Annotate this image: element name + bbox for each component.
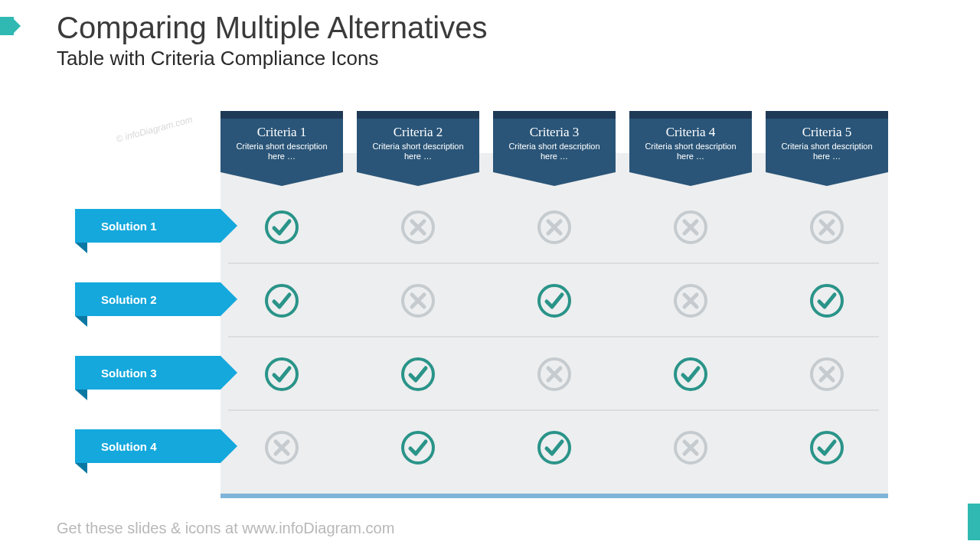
criteria-desc: Criteria short description here … (364, 142, 472, 161)
cross-circle-icon (263, 429, 300, 466)
check-circle-icon (536, 282, 573, 319)
svg-point-9 (812, 285, 842, 316)
svg-point-7 (539, 285, 570, 316)
criteria-desc: Criteria short description here … (773, 142, 880, 161)
svg-point-5 (266, 285, 297, 316)
svg-point-0 (266, 212, 297, 243)
svg-point-16 (403, 432, 433, 463)
compliance-cell (493, 282, 616, 319)
compliance-cell (493, 429, 616, 466)
criteria-header: Criteria 5Criteria short description her… (766, 111, 888, 177)
cross-circle-icon (672, 282, 709, 319)
cross-circle-icon (808, 209, 845, 246)
solution-label: Solution 1 (75, 209, 220, 243)
compliance-cell (220, 209, 343, 246)
solution-label-wrap: Solution 1 (75, 209, 220, 243)
check-circle-icon (263, 356, 300, 393)
compliance-cell (629, 356, 752, 393)
compliance-cell (220, 282, 343, 319)
compliance-cell (357, 209, 479, 246)
compliance-cell (220, 429, 343, 466)
check-circle-icon (400, 356, 436, 393)
criteria-title: Criteria 2 (364, 125, 472, 140)
cross-circle-icon (808, 356, 845, 393)
criteria-title: Criteria 1 (228, 125, 335, 140)
table-row: Solution 1 (106, 191, 894, 264)
check-circle-icon (263, 282, 300, 319)
footer-text: Get these slides & icons at www.infoDiag… (57, 520, 394, 537)
compliance-cell (493, 209, 616, 246)
left-edge-marker (0, 17, 14, 35)
right-edge-marker (968, 504, 980, 540)
criteria-header: Criteria 2Criteria short description her… (357, 111, 479, 177)
solution-label: Solution 3 (75, 356, 220, 390)
row-cells (220, 411, 888, 484)
compliance-cell (766, 356, 888, 393)
check-circle-icon (536, 429, 573, 466)
page-title: Comparing Multiple Alternatives (57, 11, 487, 45)
compliance-cell (629, 429, 752, 466)
solution-label-wrap: Solution 4 (75, 429, 220, 463)
page-subtitle: Table with Criteria Compliance Icons (57, 47, 487, 70)
row-cells (220, 191, 888, 264)
compliance-cell (220, 356, 343, 393)
criteria-header: Criteria 4Criteria short description her… (629, 111, 752, 177)
svg-point-10 (266, 359, 297, 390)
criteria-header: Criteria 3Criteria short description her… (493, 111, 616, 177)
svg-point-17 (539, 432, 570, 463)
criteria-header: Criteria 1Criteria short description her… (220, 111, 343, 177)
compliance-cell (357, 282, 479, 319)
compliance-cell (629, 282, 752, 319)
title-block: Comparing Multiple Alternatives Table wi… (57, 11, 487, 70)
row-cells (220, 337, 888, 411)
cross-circle-icon (672, 429, 709, 466)
compliance-cell (357, 356, 479, 393)
svg-point-13 (675, 359, 706, 390)
compliance-cell (629, 209, 752, 246)
cross-circle-icon (536, 356, 573, 393)
check-circle-icon (808, 429, 845, 466)
solution-label-wrap: Solution 3 (75, 356, 220, 390)
criteria-desc: Criteria short description here … (228, 142, 335, 161)
table-row: Solution 4 (106, 411, 894, 484)
solution-label-wrap: Solution 2 (75, 282, 220, 316)
compliance-cell (766, 209, 888, 246)
check-circle-icon (672, 356, 709, 393)
criteria-title: Criteria 3 (501, 125, 608, 140)
compliance-cell (493, 356, 616, 393)
cross-circle-icon (400, 282, 436, 319)
table-row: Solution 2 (106, 264, 894, 337)
criteria-header-row: Criteria 1Criteria short description her… (220, 111, 888, 177)
check-circle-icon (400, 429, 436, 466)
compliance-cell (766, 429, 888, 466)
svg-point-11 (403, 359, 433, 390)
criteria-desc: Criteria short description here … (501, 142, 608, 161)
check-circle-icon (263, 209, 300, 246)
solution-rows: Solution 1Solution 2Solution 3Solution 4 (106, 191, 894, 484)
compliance-cell (357, 429, 479, 466)
compliance-cell (766, 282, 888, 319)
criteria-title: Criteria 4 (637, 125, 744, 140)
solution-label: Solution 4 (75, 429, 220, 463)
cross-circle-icon (400, 209, 436, 246)
comparison-table: Criteria 1Criteria short description her… (106, 111, 894, 494)
svg-point-19 (812, 432, 842, 463)
row-cells (220, 264, 888, 337)
cross-circle-icon (536, 209, 573, 246)
cross-circle-icon (672, 209, 709, 246)
criteria-title: Criteria 5 (773, 125, 880, 140)
criteria-desc: Criteria short description here … (637, 142, 744, 161)
solution-label: Solution 2 (75, 282, 220, 316)
check-circle-icon (808, 282, 845, 319)
table-row: Solution 3 (106, 337, 894, 411)
